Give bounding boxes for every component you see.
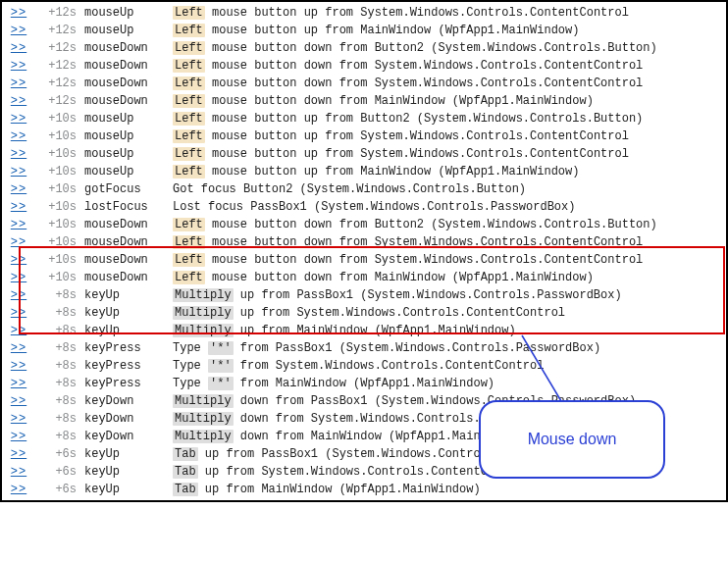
expand-link[interactable]: >> <box>11 447 26 461</box>
expand-link[interactable]: >> <box>11 341 26 355</box>
expand-link[interactable]: >> <box>11 59 26 73</box>
desc-post-text: mouse button down from Button2 (System.W… <box>205 41 657 55</box>
event-name: keyDown <box>80 428 169 445</box>
desc-post-text: mouse button down from System.Windows.Co… <box>205 235 643 249</box>
log-row: >>+8skeyUpMultiply up from System.Window… <box>4 304 724 322</box>
expand-link[interactable]: >> <box>11 129 26 143</box>
time-cell: +8s <box>33 375 80 392</box>
event-name: mouseDown <box>80 75 169 92</box>
event-description: Left mouse button up from System.Windows… <box>169 4 724 22</box>
expand-link[interactable]: >> <box>11 394 26 408</box>
expand-link[interactable]: >> <box>11 24 26 37</box>
log-row: >>+8skeyUpMultiply up from PassBox1 (Sys… <box>4 286 724 304</box>
expand-link[interactable]: >> <box>11 112 26 126</box>
expand-link[interactable]: >> <box>11 218 26 231</box>
key-tag: Left <box>173 235 205 249</box>
event-name: keyPress <box>80 375 169 392</box>
expand-link[interactable]: >> <box>11 483 26 496</box>
expand-link[interactable]: >> <box>11 41 26 55</box>
expand-link[interactable]: >> <box>11 377 26 390</box>
expand-link[interactable]: >> <box>11 306 26 320</box>
event-name: mouseDown <box>80 57 169 75</box>
event-description: Left mouse button up from System.Windows… <box>169 145 724 163</box>
expand-link[interactable]: >> <box>11 465 26 479</box>
log-row: >>+12smouseDownLeft mouse button down fr… <box>4 57 724 75</box>
expand-link[interactable]: >> <box>11 412 26 426</box>
time-cell: +12s <box>33 39 80 57</box>
event-description: Lost focus PassBox1 (System.Windows.Cont… <box>169 198 724 216</box>
desc-post-text: mouse button up from System.Windows.Cont… <box>205 129 629 143</box>
expand-link[interactable]: >> <box>11 165 26 179</box>
desc-post-text: up from System.Windows.Controls.ContentC… <box>234 306 565 320</box>
key-tag: Left <box>173 41 205 55</box>
expand-link[interactable]: >> <box>11 200 26 214</box>
log-row: >>+10slostFocusLost focus PassBox1 (Syst… <box>4 198 724 216</box>
log-row: >>+10smouseDownLeft mouse button down fr… <box>4 216 724 233</box>
time-cell: +10s <box>33 110 80 128</box>
expand-link[interactable]: >> <box>11 430 26 443</box>
time-cell: +10s <box>33 251 80 269</box>
event-name: keyUp <box>80 286 169 304</box>
desc-post-text: from MainWindow (WpfApp1.MainWindow) <box>234 377 494 390</box>
event-name: mouseDown <box>80 39 169 57</box>
key-tag: Tab <box>173 483 198 496</box>
event-name: mouseUp <box>80 145 169 163</box>
desc-post-text: up from PassBox1 (System.Windows.Control… <box>234 288 622 302</box>
desc-post-text: mouse button up from System.Windows.Cont… <box>205 147 629 161</box>
desc-pre-text: Type <box>173 359 208 373</box>
event-description: Got focus Button2 (System.Windows.Contro… <box>169 180 724 198</box>
key-tag: Tab <box>173 447 198 461</box>
expand-link[interactable]: >> <box>11 271 26 284</box>
log-row: >>+12smouseDownLeft mouse button down fr… <box>4 92 724 110</box>
log-row: >>+12smouseDownLeft mouse button down fr… <box>4 75 724 92</box>
time-cell: +12s <box>33 75 80 92</box>
event-description: Left mouse button down from System.Windo… <box>169 57 724 75</box>
event-name: keyUp <box>80 304 169 322</box>
key-tag: '*' <box>208 341 234 355</box>
event-description: Left mouse button up from MainWindow (Wp… <box>169 163 724 180</box>
key-tag: Multiply <box>173 324 234 337</box>
desc-post-text: mouse button down from MainWindow (WpfAp… <box>205 271 594 284</box>
time-cell: +8s <box>33 304 80 322</box>
key-tag: Multiply <box>173 412 234 426</box>
key-tag: Multiply <box>173 288 234 302</box>
desc-post-text: mouse button up from Button2 (System.Win… <box>205 112 643 126</box>
key-tag: Left <box>173 24 205 37</box>
desc-post-text: mouse button down from System.Windows.Co… <box>205 77 643 90</box>
event-description: Left mouse button down from System.Windo… <box>169 251 724 269</box>
key-tag: Left <box>173 253 205 267</box>
expand-link[interactable]: >> <box>11 324 26 337</box>
log-row: >>+10smouseUpLeft mouse button up from B… <box>4 110 724 128</box>
expand-link[interactable]: >> <box>11 94 26 108</box>
event-description: Type '*' from MainWindow (WpfApp1.MainWi… <box>169 375 724 392</box>
event-description: Left mouse button up from MainWindow (Wp… <box>169 22 724 39</box>
expand-link[interactable]: >> <box>11 288 26 302</box>
event-description: Multiply up from PassBox1 (System.Window… <box>169 286 724 304</box>
time-cell: +10s <box>33 180 80 198</box>
event-name: gotFocus <box>80 180 169 198</box>
expand-link[interactable]: >> <box>11 77 26 90</box>
expand-link[interactable]: >> <box>11 182 26 196</box>
event-name: mouseUp <box>80 128 169 145</box>
event-name: mouseUp <box>80 4 169 22</box>
event-name: keyUp <box>80 463 169 481</box>
expand-link[interactable]: >> <box>11 235 26 249</box>
desc-post-text: up from MainWindow (WpfApp1.MainWindow) <box>198 483 481 496</box>
event-description: Left mouse button down from MainWindow (… <box>169 269 724 286</box>
callout-bubble: Mouse down <box>479 400 665 479</box>
log-row: >>+10smouseUpLeft mouse button up from S… <box>4 128 724 145</box>
time-cell: +12s <box>33 22 80 39</box>
desc-pre-text: Lost focus PassBox1 (System.Windows.Cont… <box>173 200 575 214</box>
desc-post-text: from System.Windows.Controls.ContentCont… <box>234 359 545 373</box>
expand-link[interactable]: >> <box>11 6 26 20</box>
key-tag: Left <box>173 112 205 126</box>
time-cell: +10s <box>33 145 80 163</box>
event-description: Multiply up from System.Windows.Controls… <box>169 304 724 322</box>
time-cell: +12s <box>33 92 80 110</box>
event-description: Left mouse button up from Button2 (Syste… <box>169 110 724 128</box>
event-name: mouseDown <box>80 251 169 269</box>
time-cell: +6s <box>33 481 80 498</box>
expand-link[interactable]: >> <box>11 147 26 161</box>
expand-link[interactable]: >> <box>11 359 26 373</box>
expand-link[interactable]: >> <box>11 253 26 267</box>
